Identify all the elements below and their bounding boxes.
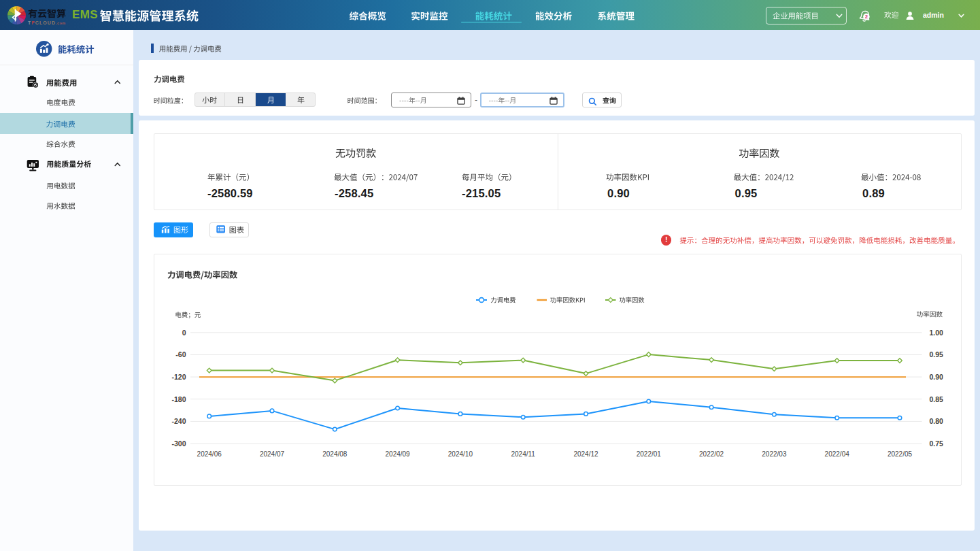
svg-text:-240: -240 <box>171 417 186 425</box>
svg-text:1.00: 1.00 <box>930 329 944 337</box>
svg-text:2024/09: 2024/09 <box>386 450 411 458</box>
svg-text:-300: -300 <box>171 439 186 448</box>
svg-text:-120: -120 <box>171 373 186 381</box>
svg-text:2022/02: 2022/02 <box>699 450 724 458</box>
svg-text:2024/11: 2024/11 <box>511 450 535 458</box>
svg-text:0.95: 0.95 <box>930 350 944 358</box>
svg-text:2022/04: 2022/04 <box>825 450 850 458</box>
svg-text:2024/10: 2024/10 <box>448 450 473 458</box>
svg-text:0.75: 0.75 <box>930 439 944 448</box>
svg-text:0.85: 0.85 <box>930 395 944 403</box>
svg-text:2022/03: 2022/03 <box>762 450 787 458</box>
svg-text:2024/07: 2024/07 <box>260 450 285 458</box>
svg-text:2024/08: 2024/08 <box>322 450 348 458</box>
svg-text:0.80: 0.80 <box>930 417 944 425</box>
svg-text:0.90: 0.90 <box>930 373 944 381</box>
svg-text:0: 0 <box>182 329 186 337</box>
svg-text:-180: -180 <box>171 395 186 403</box>
svg-text:-60: -60 <box>175 350 186 358</box>
svg-text:2022/01: 2022/01 <box>637 450 662 458</box>
svg-text:2024/06: 2024/06 <box>197 450 222 458</box>
svg-text:2022/05: 2022/05 <box>888 450 913 458</box>
svg-text:2024/12: 2024/12 <box>573 450 598 458</box>
